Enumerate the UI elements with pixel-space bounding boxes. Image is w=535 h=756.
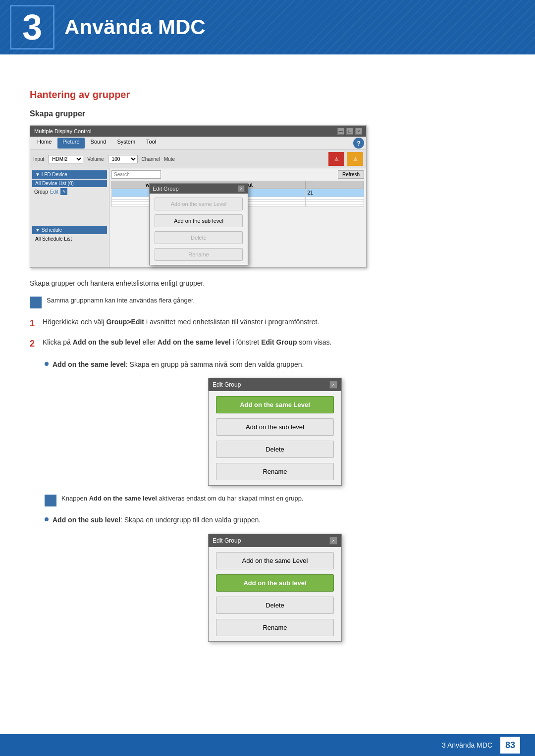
note-icon-2	[45, 495, 56, 506]
bullet-item-2: Add on the sub level: Skapa en undergrup…	[45, 514, 505, 525]
bullet-dot-2	[45, 517, 49, 521]
modal-delete-btn[interactable]: Delete	[155, 231, 243, 244]
minimize-button[interactable]: —	[337, 128, 344, 135]
modal-close-button[interactable]: ×	[238, 185, 245, 192]
modal-add-sub-level-btn[interactable]: Add on the sub level	[155, 214, 243, 227]
lfd-device-section[interactable]: ▼ LFD Device	[32, 170, 107, 179]
fault-alert-icon[interactable]: ⚠	[347, 152, 363, 166]
edit-group-dialog-2: Edit Group × Add on the same Level Add o…	[208, 534, 342, 642]
group-label: Group	[34, 189, 48, 195]
maximize-button[interactable]: □	[346, 128, 353, 135]
dialog-2-rename-btn[interactable]: Rename	[216, 619, 334, 636]
note-text-1: Samma gruppnamn kan inte användas flera …	[47, 296, 195, 306]
dialog-2-titlebar: Edit Group ×	[209, 534, 341, 547]
note-2-bold: Add on the same level	[89, 495, 157, 502]
note-text-2: Knappen Add on the same level aktiveras …	[61, 494, 303, 504]
menu-picture[interactable]: Picture	[57, 138, 84, 149]
chapter-number: 3	[22, 9, 42, 45]
dialog-1-title: Edit Group	[213, 381, 241, 388]
dialog-2-title: Edit Group	[213, 537, 241, 544]
step-1-text: Högerklicka och välj Group>Edit i avsnit…	[43, 316, 319, 327]
dialog-2-close-button[interactable]: ×	[329, 537, 337, 545]
chapter-banner: 3 Använda MDC	[0, 0, 535, 54]
close-window-button[interactable]: ×	[355, 128, 362, 135]
dialog-1-titlebar: Edit Group ×	[209, 378, 341, 391]
filter-bar: Refresh	[111, 170, 364, 179]
table-cell: 21	[305, 189, 364, 197]
edit-group-modal: Edit Group × Add on the same Level Add o…	[149, 183, 248, 265]
input-select[interactable]: HDMI2	[48, 155, 83, 163]
refresh-button[interactable]: Refresh	[338, 170, 364, 179]
mdc-main-area: Refresh wer Input HDMI2	[109, 168, 366, 267]
step-2-bold-same: Add on the same level	[158, 338, 231, 346]
main-content: Hantering av grupper Skapa grupper Multi…	[0, 54, 535, 679]
mdc-titlebar-buttons: — □ ×	[337, 128, 362, 135]
edit-group-dialog-1: Edit Group × Add on the same Level Add o…	[208, 378, 342, 486]
menu-tool[interactable]: Tool	[141, 138, 161, 149]
note-icon-1	[30, 297, 42, 308]
step-1-bold-group: Group>Edit	[106, 318, 144, 326]
group-edit-icon[interactable]: ✎	[60, 188, 67, 195]
step-2-bold-editgroup: Edit Group	[261, 338, 297, 346]
help-icon[interactable]: ?	[353, 138, 364, 149]
menu-home[interactable]: Home	[32, 138, 56, 149]
dialog-2-add-sub-level-btn[interactable]: Add on the sub level	[216, 574, 334, 592]
table-header-col3	[305, 181, 364, 189]
dialog-1-add-same-level-btn[interactable]: Add on the same Level	[216, 396, 334, 413]
dialog-1-delete-btn[interactable]: Delete	[216, 441, 334, 458]
bullet-section-1: Add on the same level: Skapa en grupp på…	[45, 359, 505, 642]
step-2-bold-sub: Add on the sub level	[73, 338, 141, 346]
search-input[interactable]	[111, 170, 161, 179]
input-label: Input	[33, 156, 44, 162]
step-2: Klicka på Add on the sub level eller Add…	[30, 337, 505, 351]
dialog-1-add-sub-level-btn[interactable]: Add on the sub level	[216, 418, 334, 436]
bullet-item-1: Add on the same level: Skapa en grupp på…	[45, 359, 505, 370]
mdc-titlebar: Multiple Display Control — □ ×	[30, 126, 366, 137]
schedule-section[interactable]: ▼ Schedule	[32, 226, 107, 234]
sidebar-empty-space	[32, 196, 107, 226]
mdc-window-title: Multiple Display Control	[34, 128, 92, 134]
page-footer: 3 Använda MDC 83	[0, 734, 535, 756]
mdc-body: ▼ LFD Device All Device List (0) Group E…	[30, 168, 366, 267]
step-2-text: Klicka på Add on the sub level eller Add…	[43, 337, 331, 348]
chapter-number-box: 3	[10, 5, 54, 50]
bullet-text-2: Add on the sub level: Skapa en undergrup…	[53, 514, 261, 525]
modal-rename-btn[interactable]: Rename	[155, 248, 243, 261]
volume-label: Volume	[87, 156, 104, 162]
sub-heading: Skapa grupper	[30, 109, 505, 118]
section-heading: Hantering av grupper	[30, 89, 505, 101]
mdc-toolbar: Input HDMI2 Volume 100 Channel Mute ⚠ ⚠	[30, 150, 366, 168]
dialog-2-add-same-level-btn[interactable]: Add on the same Level	[216, 552, 334, 569]
note-box-1: Samma gruppnamn kan inte användas flera …	[30, 296, 505, 308]
note-box-2: Knappen Add on the same level aktiveras …	[45, 494, 505, 506]
bullet-dot-1	[45, 362, 49, 366]
bullet-text-1: Add on the same level: Skapa en grupp på…	[53, 359, 304, 370]
mdc-menubar: Home Picture Sound System Tool ?	[30, 137, 366, 150]
toolbar-icons: ⚠ ⚠	[328, 152, 363, 166]
all-device-list-item[interactable]: All Device List (0)	[32, 180, 107, 187]
description-text: Skapa grupper och hantera enhetslistorna…	[30, 278, 505, 289]
modal-titlebar: Edit Group ×	[150, 184, 248, 194]
mdc-sidebar: ▼ LFD Device All Device List (0) Group E…	[30, 168, 109, 267]
all-schedule-list-item[interactable]: All Schedule List	[32, 235, 107, 243]
step-1: Högerklicka och välj Group>Edit i avsnit…	[30, 316, 505, 331]
menu-system[interactable]: System	[112, 138, 140, 149]
dialog-2-delete-btn[interactable]: Delete	[216, 597, 334, 614]
footer-text: 3 Använda MDC	[442, 741, 492, 749]
modal-title: Edit Group	[153, 186, 179, 192]
volume-select[interactable]: 100	[108, 155, 138, 163]
mute-label: Mute	[164, 156, 175, 162]
fault-device-icon[interactable]: ⚠	[328, 152, 344, 166]
footer-page-number: 83	[500, 737, 520, 754]
modal-add-same-level-btn[interactable]: Add on the same Level	[155, 198, 243, 210]
menu-sound[interactable]: Sound	[86, 138, 111, 149]
mdc-window: Multiple Display Control — □ × Home Pict…	[30, 125, 367, 268]
bullet-term-sub-level: Add on the sub level	[53, 516, 120, 524]
dialog-1-rename-btn[interactable]: Rename	[216, 463, 334, 480]
bullet-term-same-level: Add on the same level	[53, 360, 126, 368]
dialog-1-close-button[interactable]: ×	[329, 381, 337, 389]
chapter-title: Använda MDC	[64, 15, 206, 39]
group-edit-row: Group Edit ✎	[32, 187, 107, 196]
edit-label[interactable]: Edit	[50, 189, 58, 195]
steps-list: Högerklicka och välj Group>Edit i avsnit…	[30, 316, 505, 351]
